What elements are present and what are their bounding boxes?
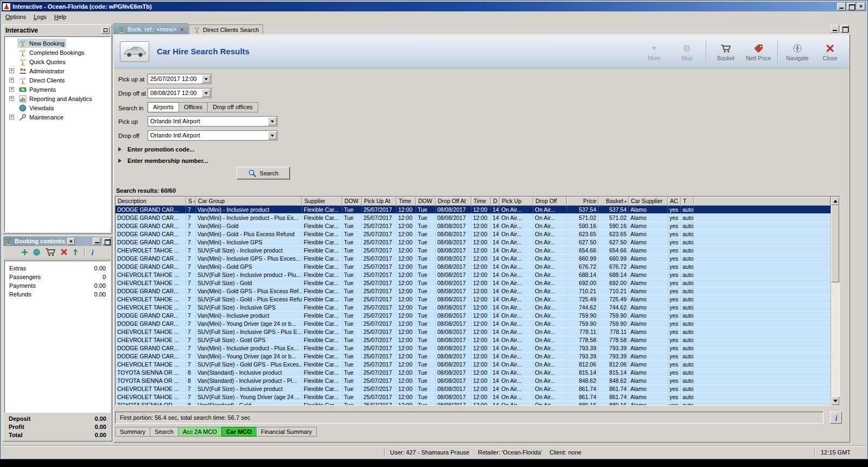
add-button[interactable]	[21, 248, 29, 257]
column-header-drop-off[interactable]: Drop Off	[533, 197, 567, 206]
expand-icon[interactable]: +	[9, 68, 14, 73]
booking-restore-button[interactable]	[103, 238, 110, 245]
toolbar-navigate-button[interactable]: Navigate	[784, 43, 811, 61]
dropdown-arrow-icon[interactable]	[268, 117, 277, 125]
column-header-ac[interactable]: AC	[668, 197, 681, 206]
dropdown-arrow-icon[interactable]	[202, 89, 210, 97]
column-header-dow[interactable]: DOW	[416, 197, 436, 206]
tab-direct-clients-search[interactable]: Direct Clients Search	[189, 24, 263, 34]
result-row-10[interactable]: CHEVROLET TAHOE ...7SUV(Full Size) - Gol…	[116, 279, 831, 287]
result-row-20[interactable]: CHEVROLET TAHOE ...7SUV(Full Size) - Gol…	[116, 361, 831, 369]
column-header-basket[interactable]: Basket▾	[598, 197, 629, 206]
sidebar-item-maintenance[interactable]: +Maintenance	[5, 112, 110, 122]
column-header-price[interactable]: Price	[567, 197, 598, 206]
vertical-scrollbar[interactable]	[831, 197, 839, 405]
result-row-13[interactable]: CHEVROLET TAHOE ...7SUV(Full Size) - Inc…	[116, 304, 831, 312]
search-button[interactable]: Search	[237, 167, 290, 179]
column-header-supplier[interactable]: Supplier	[302, 197, 342, 206]
result-row-18[interactable]: DODGE GRAND CAR...7Van(Mini) - Inclusive…	[116, 344, 831, 352]
result-row-15[interactable]: DODGE GRAND CAR...7Van(Mini) - Young Dri…	[116, 320, 831, 328]
menu-help[interactable]: Help	[50, 12, 71, 21]
expand-icon[interactable]: +	[9, 115, 14, 119]
membership-number-expander[interactable]: Enter membership number...	[118, 156, 208, 165]
booking-item-passengers[interactable]: Passengers0	[5, 273, 110, 282]
dropoff-location-select[interactable]: Orlando Intl Airport	[148, 130, 278, 141]
result-row-3[interactable]: DODGE GRAND CAR...7Van(Mini) - GoldFlexi…	[116, 222, 831, 230]
column-header-car-supplier[interactable]: Car Supplier	[629, 197, 668, 206]
result-row-1[interactable]: DODGE GRAND CAR...7Van(Mini) - Inclusive…	[116, 206, 831, 214]
result-row-6[interactable]: CHEVROLET TAHOE ...7SUV(Full Size) - Inc…	[116, 247, 831, 255]
window-maximize-button[interactable]	[847, 3, 856, 10]
column-header-s[interactable]: S▿	[186, 197, 196, 206]
expand-icon[interactable]: +	[9, 78, 14, 83]
window-minimize-button[interactable]	[837, 3, 846, 10]
column-header-d[interactable]: D	[491, 197, 500, 206]
dropdown-arrow-icon[interactable]	[268, 131, 277, 140]
sidebar-item-direct-clients[interactable]: +Direct Clients	[5, 75, 110, 85]
bottom-tab-financial-summary[interactable]: Financial Summary	[256, 427, 317, 437]
result-row-17[interactable]: CHEVROLET TAHOE ...7SUV(Full Size) - Gol…	[116, 336, 831, 344]
sidebar-item-new-booking[interactable]: New Booking	[5, 39, 110, 48]
column-header-time[interactable]: Time	[471, 197, 491, 206]
result-row-11[interactable]: DODGE GRAND CAR...7Van(Mini) - Gold GPS …	[116, 287, 831, 295]
scroll-down-button[interactable]	[831, 396, 839, 405]
tab-book-ref-none[interactable]: Book. ref.: <none>×	[113, 23, 188, 34]
tabgroup-restore-button[interactable]	[840, 25, 849, 33]
result-row-9[interactable]: CHEVROLET TAHOE ...7SUV(Full Size) - Inc…	[116, 271, 831, 279]
search-in-offices[interactable]: Offices	[178, 102, 208, 112]
result-row-5[interactable]: DODGE GRAND CAR...7Van(Mini) - Inclusive…	[116, 238, 831, 247]
booking-item-payments[interactable]: Payments0.00	[5, 282, 110, 291]
result-row-14[interactable]: DODGE GRAND CAR...7Van(Mini) - Inclusive…	[116, 312, 831, 320]
sidebar-item-administrator[interactable]: +Administrator	[5, 66, 110, 75]
delete-button[interactable]	[60, 248, 68, 257]
tab-close-icon[interactable]: ×	[181, 26, 184, 33]
result-row-22[interactable]: TOYOTA SIENNA OR ...8Van(Standard) - Inc…	[116, 377, 831, 385]
sidebar-item-quick-quotes[interactable]: Quick Quotes	[5, 57, 110, 66]
result-row-21[interactable]: TOYOTA SIENNA OR ...8Van(Standard) - Inc…	[116, 369, 831, 377]
column-header-dow[interactable]: DOW	[342, 197, 362, 206]
expand-icon[interactable]: +	[9, 96, 14, 101]
dropdown-arrow-icon[interactable]	[202, 75, 210, 83]
refresh-button[interactable]	[33, 248, 41, 257]
sidebar-item-payments[interactable]: +Payments	[5, 85, 110, 94]
sidebar-item-viewdata[interactable]: Viewdata	[5, 103, 110, 112]
toolbar-basket-button[interactable]: Basket	[712, 43, 739, 61]
sidebar-item-reporting-and-analytics[interactable]: +Reporting and Analytics	[5, 94, 110, 103]
result-row-19[interactable]: DODGE GRAND CAR...7Van(Mini) - Young Dri…	[116, 352, 831, 361]
scroll-up-button[interactable]	[831, 197, 839, 205]
result-row-12[interactable]: CHEVROLET TAHOE ...7SUV(Full Size) - Gol…	[116, 295, 831, 304]
result-row-8[interactable]: DODGE GRAND CAR...7Van(Mini) - Gold GPSF…	[116, 263, 831, 271]
result-row-24[interactable]: CHEVROLET TAHOE ...7SUV(Full Size) - You…	[116, 393, 831, 401]
basket-button[interactable]	[44, 247, 56, 258]
sidebar-item-completed-bookings[interactable]: Completed Bookings	[5, 48, 110, 57]
column-header-description[interactable]: Description	[116, 197, 186, 206]
toolbar-nett-price-button[interactable]: Nett Price	[745, 43, 772, 61]
info-button[interactable]: i	[830, 412, 842, 424]
column-header-time[interactable]: Time	[397, 197, 416, 206]
result-row-16[interactable]: CHEVROLET TAHOE ...7SUV(Full Size) - Inc…	[116, 328, 831, 336]
panel-collapse-button[interactable]	[101, 27, 110, 34]
result-row-7[interactable]: DODGE GRAND CAR...7Van(Mini) - Inclusive…	[116, 255, 831, 263]
column-header-pick-up[interactable]: Pick Up	[500, 197, 533, 206]
toolbar-close-button[interactable]: Close	[816, 43, 844, 61]
info-button[interactable]: i	[90, 248, 95, 257]
booking-close-button[interactable]: ×	[67, 238, 75, 245]
column-header-drop-off-at[interactable]: Drop Off At	[436, 197, 471, 206]
bottom-tab-car-mco[interactable]: Car MCO	[221, 427, 257, 437]
result-row-4[interactable]: DODGE GRAND CAR...7Van(Mini) - Gold - Pl…	[116, 230, 831, 238]
pickup-location-select[interactable]: Orlando Intl Airport	[148, 116, 278, 127]
booking-item-refunds[interactable]: Refunds0.00	[5, 291, 110, 299]
search-in-airports[interactable]: Airports	[148, 102, 179, 112]
column-header-t[interactable]: T	[681, 197, 694, 206]
column-header-pick-up-at[interactable]: Pick Up At	[362, 197, 397, 206]
bottom-tab-search[interactable]: Search	[150, 427, 178, 437]
menu-options[interactable]: Options	[2, 12, 30, 21]
promotion-code-expander[interactable]: Enter promotion code...	[118, 145, 194, 154]
pickup-at-input[interactable]: 25/07/2017 12:00	[148, 74, 212, 84]
column-header-car-group[interactable]: Car Group	[196, 197, 302, 206]
dropoff-at-input[interactable]: 08/08/2017 12:00	[148, 88, 212, 98]
menu-logs[interactable]: Logs	[30, 12, 50, 21]
search-in-drop-off-offices[interactable]: Drop off offices	[207, 102, 258, 112]
result-row-25[interactable]: TOYOTA SIENNA OR ...8Van(Standard) - Gol…	[116, 401, 831, 405]
result-row-2[interactable]: DODGE GRAND CAR...7Van(Mini) - Inclusive…	[116, 214, 831, 222]
